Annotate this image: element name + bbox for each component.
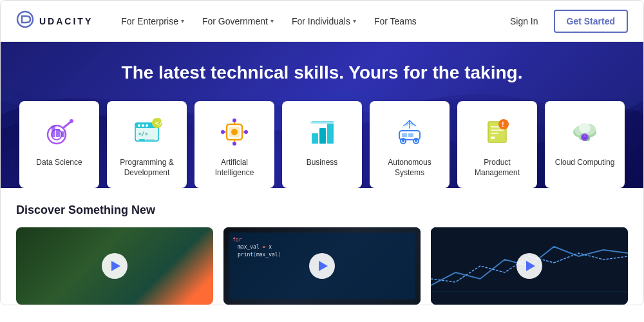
play-icon-2: [319, 261, 328, 271]
category-label: Artificial Intelligence: [202, 158, 267, 178]
nav-teams[interactable]: For Teams: [366, 11, 424, 32]
svg-text:</>: </>: [138, 131, 148, 137]
svg-point-24: [232, 142, 236, 146]
svg-point-26: [244, 130, 248, 134]
category-programming[interactable]: </> </> Programming & Development: [107, 101, 187, 188]
svg-rect-43: [491, 137, 495, 139]
product-icon: !: [479, 114, 515, 150]
category-label: Autonomous Systems: [377, 158, 442, 178]
category-label: Product Management: [465, 158, 529, 178]
category-label: Business: [307, 158, 338, 168]
discover-section: Discover Something New for max_val = x p…: [1, 188, 643, 305]
hero-section: The latest technical skills. Yours for t…: [1, 42, 643, 188]
video-overlay-1: [16, 227, 213, 305]
logo[interactable]: UDACITY: [16, 10, 93, 32]
video-overlay-2: [223, 227, 421, 305]
category-business[interactable]: Business: [282, 101, 362, 188]
play-button-1[interactable]: [102, 253, 128, 279]
categories-grid: Data Science </> </> Programming & Dev: [16, 101, 628, 188]
sign-in-button[interactable]: Sign In: [505, 11, 544, 32]
video-grid: for max_val = x print(max_val): [16, 227, 628, 305]
get-started-button[interactable]: Get Started: [554, 10, 628, 33]
chevron-down-icon: ▾: [181, 17, 184, 24]
svg-text:!: !: [502, 120, 504, 128]
logo-text: UDACITY: [39, 16, 93, 26]
svg-text:</>: </>: [155, 120, 164, 127]
category-autonomous[interactable]: Autonomous Systems: [370, 101, 450, 188]
logo-icon: [16, 10, 34, 32]
business-icon: [304, 114, 340, 150]
category-label: Data Science: [36, 158, 82, 168]
category-ai[interactable]: Artificial Intelligence: [194, 101, 274, 188]
play-icon-3: [526, 261, 535, 271]
autonomous-icon: [392, 114, 428, 150]
discover-title: Discover Something New: [16, 204, 628, 217]
svg-rect-34: [408, 133, 413, 137]
nav-individuals[interactable]: For Individuals ▾: [284, 11, 364, 32]
nav-government[interactable]: For Government ▾: [194, 11, 281, 32]
programming-icon: </> </>: [129, 114, 165, 150]
svg-point-49: [579, 123, 591, 133]
hero-title: The latest technical skills. Yours for t…: [16, 62, 628, 83]
category-label: Programming & Development: [115, 158, 179, 178]
svg-rect-27: [312, 133, 318, 144]
svg-point-10: [138, 124, 140, 127]
svg-point-37: [402, 140, 404, 142]
video-card-2[interactable]: for max_val = x print(max_val): [223, 227, 421, 305]
category-cloud[interactable]: Cloud Computing: [545, 101, 625, 188]
data-science-icon: [41, 114, 77, 150]
svg-point-12: [146, 124, 148, 127]
nav-actions: Sign In Get Started: [505, 10, 628, 33]
svg-rect-7: [61, 131, 64, 137]
svg-point-4: [70, 119, 73, 123]
category-product[interactable]: ! Product Management: [457, 101, 537, 188]
svg-line-3: [64, 122, 71, 128]
svg-point-23: [232, 118, 236, 122]
play-icon-1: [111, 261, 120, 271]
video-overlay-3: [431, 227, 628, 305]
ai-icon: [216, 114, 252, 150]
svg-rect-6: [56, 129, 60, 137]
main-nav: For Enterprise ▾ For Government ▾ For In…: [113, 11, 505, 32]
video-card-3[interactable]: [431, 227, 628, 305]
cloud-icon: [567, 114, 603, 150]
video-card-1[interactable]: [16, 227, 213, 305]
header: UDACITY For Enterprise ▾ For Government …: [1, 1, 643, 42]
chevron-down-icon: ▾: [270, 17, 274, 24]
svg-rect-5: [52, 126, 55, 137]
play-button-2[interactable]: [309, 253, 335, 279]
play-button-3[interactable]: [516, 253, 542, 279]
svg-point-11: [142, 124, 144, 127]
nav-enterprise[interactable]: For Enterprise ▾: [113, 11, 192, 32]
svg-rect-33: [402, 133, 407, 137]
svg-rect-29: [327, 123, 334, 144]
svg-rect-28: [319, 128, 326, 144]
category-data-science[interactable]: Data Science: [19, 101, 99, 188]
svg-point-25: [221, 130, 225, 134]
category-label: Cloud Computing: [555, 158, 615, 168]
chevron-down-icon: ▾: [353, 17, 356, 24]
svg-point-18: [231, 129, 238, 135]
svg-point-38: [415, 140, 417, 142]
